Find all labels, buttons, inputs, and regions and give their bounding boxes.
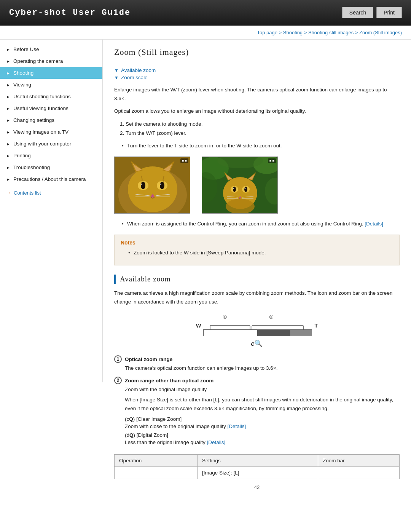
step-bullets: Turn the lever to the T side to zoom in,… [122,142,400,150]
zoom-diagram: ① ② W [196,314,318,348]
sidebar-item-shooting[interactable]: ► Shooting [0,67,102,79]
svg-point-33 [233,188,234,189]
steps-list: Set the camera to shooting mode. Turn th… [122,120,400,138]
table-header-zoom-bar: Zoom bar [318,454,399,466]
arrow-right-icon: → [6,190,11,196]
breadcrumb: Top page > Shooting > Shooting still ima… [0,26,411,40]
sidebar-item-precautions[interactable]: ► Precautions / About this camera [0,173,102,185]
available-zoom-link[interactable]: ▼ Available zoom [114,67,400,73]
available-zoom-link-label: Available zoom [121,67,156,73]
sidebar-item-label: Viewing [13,82,31,88]
sidebar-item-changing-settings[interactable]: ► Changing settings [0,114,102,126]
chevron-right-icon: ► [6,106,10,111]
content-area: Zoom (Still images) ▼ Available zoom ▼ Z… [103,40,411,501]
breadcrumb-still[interactable]: Shooting still images [308,30,354,35]
sidebar-item-troubleshooting[interactable]: ► Troubleshooting [0,161,102,173]
header: Cyber-shot User Guide Search Print [0,0,411,26]
page-title: Zoom (Still images) [114,47,400,61]
search-button[interactable]: Search [342,7,373,18]
camera-ui-overlay-2: ■ ■ [268,158,276,163]
svg-point-2 [128,166,177,212]
triangle-down-icon: ▼ [114,68,119,73]
svg-point-11 [141,184,142,185]
clear-image-zoom-row: (cQ) [Clear Image Zoom] [125,416,400,422]
sidebar-item-printing[interactable]: ► Printing [0,150,102,161]
step-1: Set the camera to shooting mode. [126,120,400,129]
chevron-right-icon: ► [6,177,10,182]
zoom-item-2-title: Zoom range other than optical zoom [125,378,213,383]
sidebar-item-useful-shooting[interactable]: ► Useful shooting functions [0,91,102,102]
table-row: [Image Size]: [L] [115,466,400,479]
zoom-w-label: W [196,323,201,329]
chevron-right-icon: ► [6,83,10,87]
table-cell-settings: [Image Size]: [L] [198,466,318,479]
svg-point-31 [233,187,236,192]
sidebar-item-viewing[interactable]: ► Viewing [0,79,102,91]
zoom-item-1-title: Optical zoom range [125,356,172,362]
contents-list-link[interactable]: → Contents list [0,185,102,200]
triangle-down-icon: ▼ [114,75,119,80]
breadcrumb-shooting[interactable]: Shooting [283,30,303,35]
svg-point-12 [160,184,161,185]
control-ring-details-link[interactable]: [Details] [365,221,383,227]
camera-ui-overlay-1: ■ ■ [180,158,188,163]
chevron-right-icon: ► [6,94,10,99]
contents-list-label: Contents list [14,190,41,196]
sidebar-item-using-computer[interactable]: ► Using with your computer [0,138,102,150]
svg-point-34 [245,188,246,189]
sidebar-item-label: Precautions / About this camera [13,176,86,182]
intro-paragraph-2: Optical zoom allows you to enlarge an im… [114,107,400,116]
sidebar-item-label: Using with your computer [13,141,71,147]
zoom-item-2-line-1: Zoom with the original image quality [125,385,400,394]
chevron-right-icon: ► [6,153,10,158]
breadcrumb-top[interactable]: Top page [257,30,277,35]
clear-image-zoom-icon-label: (cQ) [Clear Image Zoom] [125,416,182,422]
control-ring-bullets: When zoom is assigned to the Control Rin… [122,220,400,228]
step-2: Turn the W/T (zoom) lever. [126,129,400,138]
chevron-right-icon: ► [6,71,10,75]
sidebar-item-label: Useful viewing functions [13,105,68,111]
chevron-right-icon: ► [6,118,10,123]
zoom-cq-icon-row: c🔍 [251,339,263,348]
step-bullet-1: Turn the lever to the T side to zoom in,… [122,142,400,150]
svg-point-32 [244,187,247,192]
sidebar-item-before-use[interactable]: ► Before Use [0,43,102,55]
page-number: 42 [114,479,400,493]
zoom-item-1: 1 Optical zoom range The camera's optica… [114,355,400,373]
zoom-item-2-line-2: When [Image Size] is set to other than [… [125,396,400,413]
camera-image-1: ■ ■ [114,157,190,214]
zoom-circle-1: 1 [114,355,122,363]
notes-title: Notes [121,240,393,246]
sidebar-item-operating-camera[interactable]: ► Operating the camera [0,55,102,67]
sidebar-item-label: Operating the camera [13,58,63,64]
section-links: ▼ Available zoom ▼ Zoom scale [114,67,400,80]
zoom-segment-gray [290,330,312,336]
breadcrumb-current: Zoom (Still images) [359,30,402,35]
clear-image-zoom-desc-row: Zoom with close to the original image qu… [125,423,400,429]
sidebar-item-useful-viewing[interactable]: ► Useful viewing functions [0,102,102,114]
sidebar-item-viewing-tv[interactable]: ► Viewing images on a TV [0,126,102,138]
sidebar: ► Before Use ► Operating the camera ► Sh… [0,40,103,382]
chevron-right-icon: ► [6,142,10,146]
zoom-num-label-1: ① [223,314,227,320]
chevron-right-icon: ► [6,130,10,134]
available-zoom-title: Available zoom [120,275,170,283]
camera-image-2: ■ ■ [202,157,278,214]
digital-zoom-icon-label: (dQ) [Digital Zoom] [125,432,168,438]
sidebar-item-label: Changing settings [13,117,54,123]
print-button[interactable]: Print [376,7,402,18]
control-ring-note: When zoom is assigned to the Control Rin… [122,220,400,228]
zoom-item-2: 2 Zoom range other than optical zoom Zoo… [114,377,400,413]
notes-list: Zoom is locked to the W side in [Sweep P… [128,249,393,257]
digital-zoom-details-link[interactable]: [Details] [207,439,225,445]
chevron-right-icon: ► [6,59,10,64]
sidebar-item-label: Viewing images on a TV [13,129,68,135]
header-buttons: Search Print [342,7,402,18]
zoom-segment-dark [258,330,290,336]
digital-zoom-desc-row: Less than the original image quality [De… [125,439,400,445]
clear-image-zoom-details-link[interactable]: [Details] [227,423,246,429]
camera-images-row: ■ ■ [114,157,400,214]
notes-item-1: Zoom is locked to the W side in [Sweep P… [128,249,393,257]
zoom-scale-link[interactable]: ▼ Zoom scale [114,75,400,80]
table-cell-operation [115,466,198,479]
